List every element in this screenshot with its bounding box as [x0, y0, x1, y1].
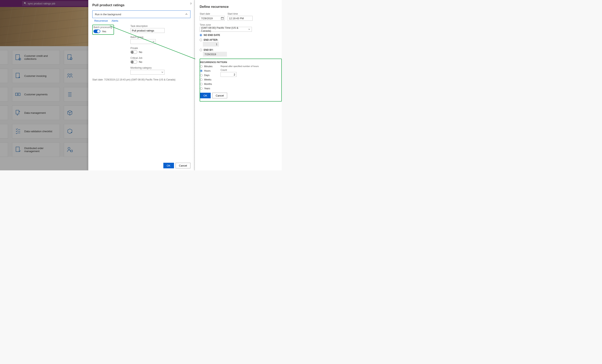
batch-group-label: Batch group — [130, 36, 190, 39]
radio-icon — [200, 78, 203, 81]
radio-label: Years — [204, 87, 210, 90]
doc-gear-icon — [66, 54, 73, 61]
private-value: No — [139, 51, 142, 54]
tile-left[interactable]: s — [0, 69, 8, 83]
radio-icon — [200, 65, 203, 68]
start-date-status: Start date: 7/29/2019 (12:19:43 pm) (GMT… — [92, 78, 190, 81]
panel-title: Define recurrence — [200, 5, 282, 9]
tile-customer-payments[interactable]: Customer payments — [12, 87, 60, 102]
start-date-input[interactable]: 7/29/2019 — [200, 16, 225, 21]
mid-ok-button[interactable]: OK — [163, 163, 174, 168]
tile-data-management[interactable]: Data management — [12, 106, 60, 120]
radio-unit-days[interactable]: Days — [200, 74, 213, 77]
mid-cancel-button[interactable]: Cancel — [176, 163, 190, 168]
radio-end-after[interactable] — [200, 39, 202, 41]
svg-rect-14 — [71, 150, 73, 152]
tile-customer-invoicing[interactable]: Customer invoicing — [12, 69, 60, 83]
highlight-batch-processing: Batch processing Yes — [92, 25, 114, 35]
radio-icon — [200, 70, 203, 72]
tile-left[interactable]: ss processes for resources — [0, 106, 8, 120]
chevron-up-icon — [185, 13, 188, 16]
radio-label: Hours — [204, 69, 211, 72]
private-label: Private — [130, 47, 190, 50]
svg-rect-2 — [16, 54, 20, 60]
start-time-input[interactable]: 12:19:43 PM — [227, 16, 253, 21]
svg-rect-11 — [16, 110, 19, 114]
tile-customer-credit[interactable]: Customer credit and collections — [12, 50, 60, 64]
batch-processing-label: Batch processing — [94, 26, 112, 29]
search-icon — [24, 2, 26, 5]
svg-rect-6 — [16, 73, 19, 78]
recur-ok-button[interactable]: OK — [200, 93, 211, 98]
tile-left[interactable]: ss processes for — [0, 124, 8, 139]
radio-icon — [200, 87, 203, 90]
radio-label: Months — [204, 83, 212, 86]
radio-unit-hours[interactable]: Hours — [200, 69, 213, 72]
svg-point-7 — [68, 74, 69, 75]
start-date-label: Start date — [200, 12, 225, 15]
radio-unit-minutes[interactable]: Minutes — [200, 65, 213, 68]
chevron-down-icon — [152, 40, 155, 43]
tile-left[interactable]: verview - all nies — [0, 142, 8, 157]
global-search-input[interactable]: sync product ratings job — [22, 1, 88, 6]
end-by-label: END BY: — [204, 49, 213, 51]
no-end-label: NO END DATE — [204, 34, 220, 36]
radio-no-end[interactable] — [200, 34, 202, 36]
count-input[interactable] — [221, 72, 236, 77]
svg-point-0 — [24, 2, 26, 4]
recur-cancel-button[interactable]: Cancel — [212, 93, 227, 98]
end-by-value: 7/29/2019 — [203, 52, 227, 57]
search-text: sync product ratings job — [28, 2, 55, 5]
box-arrow-icon — [66, 128, 73, 135]
svg-line-1 — [25, 4, 26, 4]
tile-left[interactable]: t planning — [0, 87, 8, 102]
panel-title: Pull product ratings — [92, 3, 190, 7]
accordion-label: Run in the background — [95, 13, 121, 16]
accordion-run-background[interactable]: Run in the background — [92, 11, 190, 18]
batch-processing-toggle[interactable] — [94, 30, 100, 33]
checklist-icon — [15, 128, 22, 135]
user-lock-icon — [66, 146, 73, 153]
highlight-recurrence-pattern: RECURRENCE PATTERN MinutesHoursDaysWeeks… — [200, 59, 282, 102]
critical-toggle[interactable] — [130, 60, 137, 64]
tab-recurrence[interactable]: Recurrence — [94, 19, 108, 22]
timezone-select[interactable]: (GMT-08:00) Pacific Time (US & Canada) — [200, 27, 252, 32]
svg-point-13 — [68, 147, 70, 150]
private-toggle[interactable] — [130, 50, 137, 54]
chevron-down-icon — [248, 28, 250, 31]
recurrence-hint: Repeat after specified number of hours — [221, 65, 259, 67]
radio-label: Minutes — [204, 65, 213, 68]
moncat-select[interactable] — [130, 70, 164, 75]
svg-point-8 — [70, 74, 72, 75]
radio-unit-years[interactable]: Years — [200, 87, 213, 90]
svg-point-10 — [17, 94, 19, 95]
end-after-label: END AFTER: — [204, 39, 218, 41]
tile-distributed-order[interactable]: Distributed order management — [12, 142, 60, 157]
panel-pull-ratings: ? Pull product ratings Run in the backgr… — [88, 0, 195, 170]
task-description-input[interactable] — [130, 28, 164, 33]
panel-define-recurrence: Define recurrence Start date 7/29/2019 S… — [195, 0, 282, 170]
radio-unit-weeks[interactable]: Weeks — [200, 78, 213, 81]
batch-group-select[interactable] — [130, 39, 156, 44]
people-icon — [66, 73, 73, 79]
list-icon — [66, 91, 73, 98]
tile-left[interactable]: management — [0, 50, 8, 64]
count-label: Count — [221, 69, 259, 71]
tz-label: Time zone — [200, 23, 282, 26]
svg-rect-15 — [221, 17, 224, 20]
radio-icon — [200, 74, 203, 76]
moncat-label: Monitoring category — [130, 66, 190, 69]
radio-end-by[interactable] — [200, 49, 202, 51]
radio-label: Weeks — [204, 78, 211, 81]
sub-tabs: Recurrence Alerts — [94, 19, 190, 22]
tile-data-validation[interactable]: Data validation checklist — [12, 124, 60, 139]
help-icon[interactable]: ? — [190, 2, 192, 5]
recurrence-pattern-title: RECURRENCE PATTERN — [200, 61, 280, 64]
invoice-icon — [15, 54, 22, 61]
svg-rect-4 — [68, 54, 71, 59]
money-icon — [15, 91, 22, 98]
tab-alerts[interactable]: Alerts — [112, 19, 118, 22]
radio-unit-months[interactable]: Months — [200, 83, 213, 86]
data-transfer-icon — [15, 109, 22, 116]
start-time-label: Start time — [227, 12, 253, 15]
